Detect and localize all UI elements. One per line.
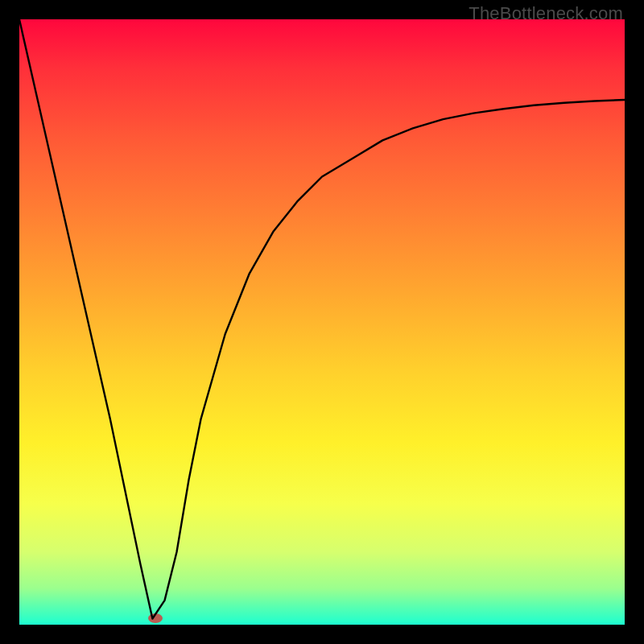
chart-frame: TheBottleneck.com [0,0,644,644]
bottleneck-curve [19,19,625,619]
curve-svg [19,19,625,625]
plot-area [19,19,625,625]
watermark-text: TheBottleneck.com [469,3,623,24]
